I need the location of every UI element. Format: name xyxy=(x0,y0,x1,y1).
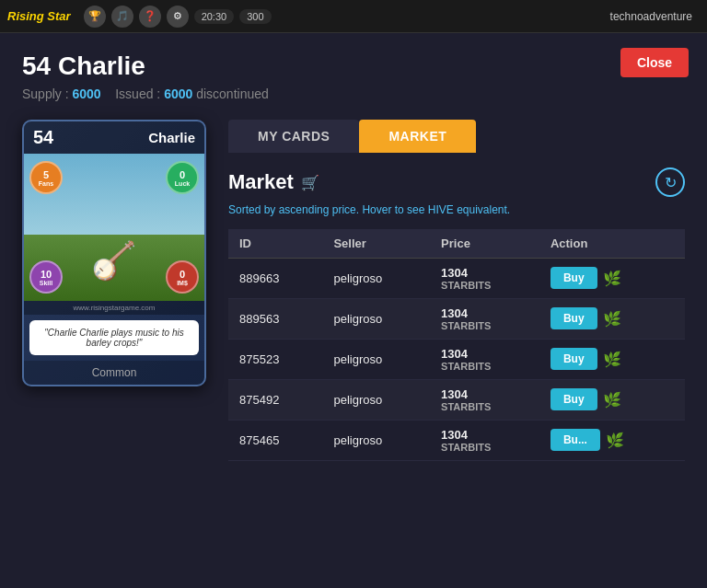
cell-id: 889663 xyxy=(228,258,322,298)
leaf-icon: 🌿 xyxy=(606,432,624,449)
content-row: 54 Charlie 🪕 5 Fans 0 Luck xyxy=(22,120,685,461)
leaf-icon: 🌿 xyxy=(603,391,621,409)
table-row: 875523 peligroso 1304STARBITS Buy 🌿 xyxy=(228,339,685,379)
cell-action: Buy 🌿 xyxy=(539,258,685,298)
card-quote: "Charlie Charlie plays music to his barl… xyxy=(29,320,199,355)
main-area: 54 Charlie Supply : 6000 Issued : 6000 d… xyxy=(0,33,707,588)
tab-market[interactable]: MARKET xyxy=(359,120,476,153)
stat-fans: 5 Fans xyxy=(29,161,63,194)
top-nav: Rising Star 🏆 🎵 ❓ ⚙ 20:30 300 technoadve… xyxy=(0,0,707,33)
cell-seller: peligroso xyxy=(322,379,430,420)
nav-logo: Rising Star xyxy=(7,9,71,23)
card-header: 54 Charlie xyxy=(24,121,204,154)
market-title: Market 🛒 xyxy=(228,170,319,194)
cell-action: Buy 🌿 xyxy=(539,298,685,339)
nav-icon-4[interactable]: ⚙ xyxy=(167,6,189,28)
stat-im: 0 IM$ xyxy=(166,260,199,294)
cell-seller: peligroso xyxy=(322,339,430,379)
cell-price: 1304STARBITS xyxy=(430,298,539,339)
leaf-icon: 🌿 xyxy=(603,270,621,287)
card-number: 54 xyxy=(33,127,53,148)
col-id: ID xyxy=(228,229,322,259)
card-image-area: 🪕 5 Fans 0 Luck 10 Skill 0 IM$ xyxy=(24,154,204,301)
cell-action: Bu... 🌿 xyxy=(539,420,685,460)
market-sort-text: Sorted by ascending price. Hover to see … xyxy=(228,202,685,218)
card-rarity: Common xyxy=(24,361,204,385)
buy-button[interactable]: Buy xyxy=(551,267,597,289)
refresh-button[interactable]: ↻ xyxy=(655,167,685,197)
leaf-icon: 🌿 xyxy=(603,310,621,328)
table-row: 889663 peligroso 1304STARBITS Buy 🌿 xyxy=(228,258,685,298)
cell-price: 1304STARBITS xyxy=(430,420,539,460)
cell-seller: peligroso xyxy=(322,258,430,298)
table-row: 889563 peligroso 1304STARBITS Buy 🌿 xyxy=(228,298,685,339)
cell-seller: peligroso xyxy=(322,420,430,460)
cell-price: 1304STARBITS xyxy=(430,258,539,298)
stat-skill: 10 Skill xyxy=(29,260,63,294)
cell-id: 875492 xyxy=(228,379,322,420)
table-header-row: ID Seller Price Action xyxy=(228,229,685,259)
market-table: ID Seller Price Action 889663 peligroso … xyxy=(228,229,685,461)
buy-button[interactable]: Buy xyxy=(551,348,597,370)
supply-label: Supply : xyxy=(22,86,69,101)
market-header: Market 🛒 ↻ xyxy=(228,167,685,197)
nav-stat-count: 300 xyxy=(239,9,271,24)
card-visual: 54 Charlie 🪕 5 Fans 0 Luck xyxy=(22,120,206,386)
cell-id: 875523 xyxy=(228,339,322,379)
tabs-row: MY CARDS MARKET xyxy=(228,120,685,153)
nav-stat-time: 20:30 xyxy=(194,9,235,24)
col-seller: Seller xyxy=(322,229,430,259)
right-panel: MY CARDS MARKET Market 🛒 ↻ Sorted by asc… xyxy=(228,120,685,461)
cart-icon: 🛒 xyxy=(301,174,319,191)
card-name: Charlie xyxy=(148,130,195,145)
table-row: 875465 peligroso 1304STARBITS Bu... 🌿 xyxy=(228,420,685,460)
close-button[interactable]: Close xyxy=(620,48,689,77)
tab-mycards[interactable]: MY CARDS xyxy=(228,120,359,153)
cell-action: Buy 🌿 xyxy=(539,339,685,379)
buy-button[interactable]: Buy xyxy=(551,388,597,410)
nav-icon-3[interactable]: ❓ xyxy=(139,6,161,28)
cell-price: 1304STARBITS xyxy=(430,339,539,379)
supply-value: 6000 xyxy=(72,86,100,101)
stat-luck: 0 Luck xyxy=(166,161,199,194)
cell-seller: peligroso xyxy=(322,298,430,339)
discontinued-label: discontinued xyxy=(196,86,269,101)
col-price: Price xyxy=(430,229,539,259)
nav-icon-2[interactable]: 🎵 xyxy=(111,6,133,28)
card-watermark: www.risingstargame.com xyxy=(24,301,204,315)
cell-price: 1304STARBITS xyxy=(430,379,539,420)
nav-username: technoadventure xyxy=(610,10,692,23)
col-action: Action xyxy=(539,229,685,259)
issued-label: Issued : xyxy=(115,86,160,101)
leaf-icon: 🌿 xyxy=(603,351,621,368)
buy-button[interactable]: Bu... xyxy=(551,429,600,451)
nav-icon-1[interactable]: 🏆 xyxy=(84,6,106,28)
scene-figure: 🪕 xyxy=(91,239,137,282)
table-row: 875492 peligroso 1304STARBITS Buy 🌿 xyxy=(228,379,685,420)
cell-id: 889563 xyxy=(228,298,322,339)
issued-value: 6000 xyxy=(164,86,192,101)
cell-id: 875465 xyxy=(228,420,322,460)
card-subtitle: Supply : 6000 Issued : 6000 discontinued xyxy=(22,86,685,101)
page-title: 54 Charlie xyxy=(22,52,685,81)
cell-action: Buy 🌿 xyxy=(539,379,685,420)
buy-button[interactable]: Buy xyxy=(551,307,597,329)
